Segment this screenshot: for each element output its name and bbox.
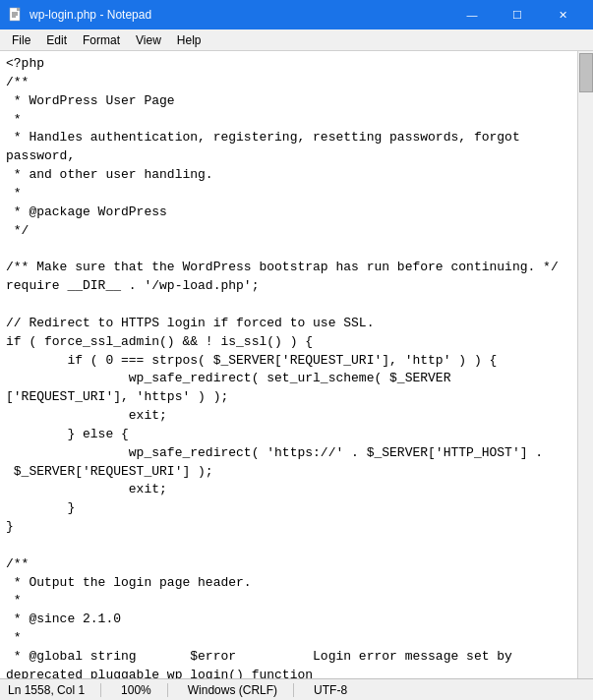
close-button[interactable]: ✕ xyxy=(540,0,585,29)
vertical-scrollbar[interactable] xyxy=(577,51,593,678)
cursor-position: Ln 1558, Col 1 xyxy=(8,683,101,697)
menu-help[interactable]: Help xyxy=(169,29,209,50)
window-controls: — ☐ ✕ xyxy=(449,0,585,29)
scrollbar-thumb[interactable] xyxy=(579,53,593,92)
menu-view[interactable]: View xyxy=(128,29,169,50)
window-title: wp-login.php - Notepad xyxy=(30,8,449,22)
title-bar: wp-login.php - Notepad — ☐ ✕ xyxy=(0,0,593,29)
editor-container: <?php /** * WordPress User Page * * Hand… xyxy=(0,51,593,678)
zoom-level: 100% xyxy=(121,683,168,697)
menu-format[interactable]: Format xyxy=(75,29,128,50)
menu-file[interactable]: File xyxy=(4,29,38,50)
status-bar: Ln 1558, Col 1 100% Windows (CRLF) UTF-8 xyxy=(0,678,593,700)
menu-edit[interactable]: Edit xyxy=(38,29,75,50)
app-icon xyxy=(8,7,24,23)
minimize-button[interactable]: — xyxy=(449,0,495,29)
maximize-button[interactable]: ☐ xyxy=(495,0,540,29)
editor-text-area[interactable]: <?php /** * WordPress User Page * * Hand… xyxy=(0,51,577,678)
encoding: UTF-8 xyxy=(314,683,363,697)
menu-bar: File Edit Format View Help xyxy=(0,29,593,51)
svg-rect-1 xyxy=(17,8,20,11)
line-ending: Windows (CRLF) xyxy=(188,683,294,697)
